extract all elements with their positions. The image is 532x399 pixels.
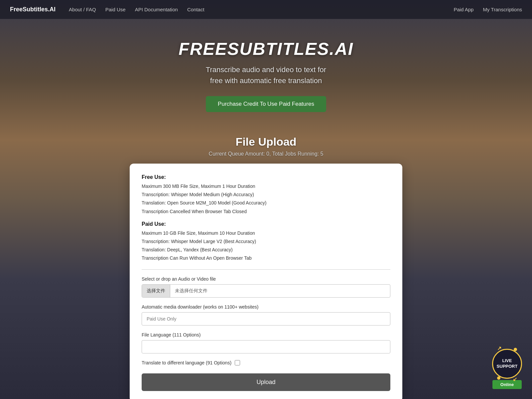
nav-link-api-documentation[interactable]: API Documentation bbox=[135, 7, 178, 12]
navigation: FreeSubtitles.AI About / FAQPaid UseAPI … bbox=[0, 0, 532, 19]
live-support-label: LIVESUPPORT bbox=[497, 358, 518, 369]
online-badge: Online bbox=[492, 380, 522, 389]
upload-button[interactable]: Upload bbox=[142, 373, 390, 391]
language-input[interactable]: Auto-Detect bbox=[142, 340, 390, 353]
nav-link-contact[interactable]: Contact bbox=[187, 7, 204, 12]
nav-right-link-paid-app[interactable]: Paid App bbox=[454, 7, 473, 12]
queue-info: Current Queue Amount: 0, Total Jobs Runn… bbox=[0, 151, 532, 157]
media-downloader-label: Automatic media downloader (works on 110… bbox=[142, 304, 390, 310]
paid-use-section: Paid Use: Maximum 10 GB File Size, Maxim… bbox=[142, 221, 390, 263]
translate-row: Translate to different language (91 Opti… bbox=[142, 360, 390, 365]
live-support-widget[interactable]: ↗ LIVESUPPORT ↙ Online bbox=[492, 349, 522, 389]
file-label: Select or drop an Audio or Video file bbox=[142, 276, 390, 282]
translate-label: Translate to different language (91 Opti… bbox=[142, 360, 231, 365]
paid-use-details: Maximum 10 GB File Size, Maximum 10 Hour… bbox=[142, 229, 390, 263]
upload-card: Free Use: Maximum 300 MB File Size, Maxi… bbox=[130, 164, 402, 399]
nav-link-about-faq[interactable]: About / FAQ bbox=[69, 7, 96, 12]
paid-use-heading: Paid Use: bbox=[142, 221, 390, 227]
live-support-circle[interactable]: ↗ LIVESUPPORT ↙ bbox=[492, 349, 522, 379]
free-use-heading: Free Use: bbox=[142, 174, 390, 180]
hero-subtitle: Transcribe audio and video to text forfr… bbox=[7, 64, 525, 86]
file-input-wrapper: 选择文件 未选择任何文件 bbox=[142, 284, 390, 298]
arrow-down-icon: ↙ bbox=[513, 376, 517, 382]
choose-file-button[interactable]: 选择文件 bbox=[142, 285, 170, 297]
arrow-up-icon: ↗ bbox=[497, 345, 501, 351]
nav-right-link-my-transcriptions[interactable]: My Transcriptions bbox=[483, 7, 522, 12]
divider bbox=[142, 269, 390, 270]
hero-section: FREESUBTITLES.AI Transcribe audio and vi… bbox=[0, 19, 532, 122]
file-upload-title: File Upload bbox=[0, 135, 532, 148]
nav-links: About / FAQPaid UseAPI DocumentationCont… bbox=[69, 7, 444, 12]
free-use-section: Free Use: Maximum 300 MB File Size, Maxi… bbox=[142, 174, 390, 216]
media-downloader-input[interactable] bbox=[142, 312, 390, 326]
translate-checkbox[interactable] bbox=[235, 360, 240, 365]
purchase-credit-button[interactable]: Purchase Credit To Use Paid Features bbox=[206, 96, 326, 112]
free-use-details: Maximum 300 MB File Size, Maximum 1 Hour… bbox=[142, 182, 390, 216]
nav-right: Paid AppMy Transcriptions bbox=[454, 7, 522, 12]
language-label: File Language (111 Options) bbox=[142, 332, 390, 337]
hero-title: FREESUBTITLES.AI bbox=[7, 39, 525, 59]
nav-link-paid-use[interactable]: Paid Use bbox=[105, 7, 126, 12]
nav-brand[interactable]: FreeSubtitles.AI bbox=[10, 6, 56, 13]
file-placeholder: 未选择任何文件 bbox=[170, 285, 390, 297]
